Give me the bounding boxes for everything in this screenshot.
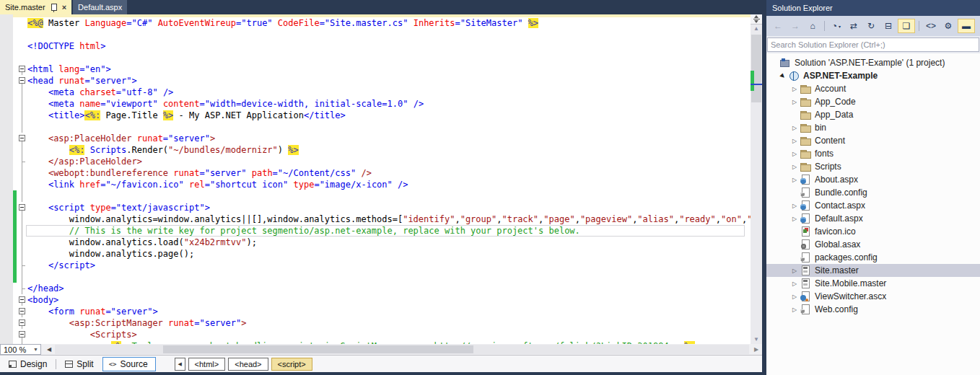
properties-icon[interactable]: ⚙ xyxy=(940,19,956,32)
tree-item[interactable]: ▷fonts xyxy=(766,147,980,160)
code-line[interactable]: <%@ Master Language="C#" AutoEventWireup… xyxy=(0,17,751,29)
scroll-right-icon[interactable]: ▶ xyxy=(752,345,761,354)
chevron-collapsed-icon[interactable]: ▷ xyxy=(789,306,800,313)
tree-item[interactable]: Bundle.config xyxy=(766,186,980,199)
code-line[interactable]: <!DOCTYPE html> xyxy=(0,40,751,52)
panel-title[interactable]: Solution Explorer xyxy=(766,0,980,16)
tree-item[interactable]: ▷Contact.aspx xyxy=(766,199,980,212)
scroll-down-icon[interactable]: ▼ xyxy=(751,335,762,344)
tree-item[interactable]: App_Data xyxy=(766,108,980,121)
design-view-button[interactable]: Design xyxy=(9,359,47,369)
splitter-grip-icon[interactable] xyxy=(751,14,762,25)
code-line[interactable]: <script type="text/javascript"> xyxy=(0,202,751,213)
tab-default-aspx[interactable]: Default.aspx xyxy=(73,0,127,14)
collapse-region-icon[interactable] xyxy=(17,294,27,306)
show-all-files-icon[interactable]: ❏ xyxy=(898,19,915,33)
code-line[interactable]: <asp:PlaceHolder runat="server"> xyxy=(0,133,751,144)
refresh-icon[interactable]: ↻ xyxy=(863,19,879,32)
tree-item[interactable]: ▷ViewSwitcher.ascx xyxy=(766,290,980,303)
code-line[interactable]: <html lang="en"> xyxy=(0,63,751,75)
close-icon[interactable]: × xyxy=(62,3,66,12)
scroll-up-icon[interactable]: ▲ xyxy=(751,24,762,33)
source-view-button[interactable]: <> Source xyxy=(102,357,156,371)
chevron-collapsed-icon[interactable]: ▷ xyxy=(789,177,800,183)
chevron-collapsed-icon[interactable]: ▷ xyxy=(789,138,800,144)
collapse-region-icon[interactable] xyxy=(17,75,27,87)
collapse-region-icon[interactable] xyxy=(17,306,27,317)
chevron-collapsed-icon[interactable]: ▷ xyxy=(789,281,800,287)
tree-item[interactable]: packages.config xyxy=(766,251,980,264)
tab-site-master[interactable]: Site.master × xyxy=(0,0,71,14)
chevron-collapsed-icon[interactable]: ▷ xyxy=(789,86,800,92)
tag-navigator-back-icon[interactable]: ◀ xyxy=(175,358,185,371)
code-line[interactable]: <link href="~/favicon.ico" rel="shortcut… xyxy=(0,179,751,190)
view-code-icon[interactable]: <> xyxy=(923,19,939,32)
code-line[interactable]: <meta name="viewport" content="width=dev… xyxy=(0,98,751,110)
chevron-expanded-icon[interactable]: ▶ xyxy=(777,70,789,81)
tree-item[interactable]: ▷Default.aspx xyxy=(766,212,980,225)
scroll-left-icon[interactable]: ◀ xyxy=(45,345,53,354)
breadcrumb-tag[interactable]: <script> xyxy=(271,358,312,371)
tree-item[interactable]: Global.asax xyxy=(766,238,980,251)
code-line[interactable]: <body> xyxy=(0,294,751,306)
tree-item[interactable]: Solution 'ASP.NET-Example' (1 project) xyxy=(766,56,980,69)
chevron-collapsed-icon[interactable]: ▷ xyxy=(789,164,800,170)
chevron-collapsed-icon[interactable]: ▷ xyxy=(789,294,800,300)
breadcrumb-tag[interactable]: <html> xyxy=(188,358,226,371)
tree-item[interactable]: ▷Scripts xyxy=(766,160,980,173)
code-line[interactable]: <asp:ScriptManager runat="server"> xyxy=(0,317,751,329)
code-line[interactable] xyxy=(0,271,751,283)
code-editor[interactable]: <%@ Master Language="C#" AutoEventWireup… xyxy=(0,14,751,344)
code-line[interactable]: window.analytics=window.analytics||[],wi… xyxy=(0,213,751,225)
tree-item[interactable]: ▷Web.config xyxy=(766,303,980,316)
tree-item[interactable]: ▷Site.master xyxy=(766,264,980,277)
vertical-scroll-thumb[interactable] xyxy=(751,35,761,102)
search-input[interactable] xyxy=(767,38,979,52)
code-line[interactable]: window.analytics.page(); xyxy=(0,248,751,260)
code-line[interactable]: <head runat="server"> xyxy=(0,75,751,87)
tree-item[interactable]: ▷About.aspx xyxy=(766,173,980,186)
home-icon[interactable]: ⌂ xyxy=(805,19,821,32)
collapse-region-icon[interactable] xyxy=(17,133,27,144)
breadcrumb-tag[interactable]: <head> xyxy=(228,358,268,371)
chevron-collapsed-icon[interactable]: ▷ xyxy=(789,268,800,274)
tree-item[interactable]: ▷Site.Mobile.master xyxy=(766,277,980,290)
code-line[interactable]: <webopt:bundlereference runat="server" p… xyxy=(0,167,751,179)
code-line[interactable]: </head> xyxy=(0,283,751,294)
code-line[interactable]: <title><%: Page.Title %> - My ASP.NET Ap… xyxy=(0,110,751,121)
collapse-region-icon[interactable] xyxy=(17,202,27,213)
collapse-all-icon[interactable]: ⊟ xyxy=(880,19,896,32)
horizontal-scroll-thumb[interactable] xyxy=(163,345,473,353)
chevron-collapsed-icon[interactable]: ▷ xyxy=(789,99,800,105)
tree-item[interactable]: ▷Account xyxy=(766,82,980,95)
code-line[interactable]: </asp:PlaceHolder> xyxy=(0,156,751,167)
chevron-collapsed-icon[interactable]: ▷ xyxy=(789,203,800,209)
tree-item[interactable]: ▷bin xyxy=(766,121,980,134)
tree-item[interactable]: ▷Content xyxy=(766,134,980,147)
collapse-region-icon[interactable] xyxy=(17,63,27,75)
pin-icon[interactable] xyxy=(51,4,57,11)
chevron-collapsed-icon[interactable]: ▷ xyxy=(789,216,800,222)
collapse-region-icon[interactable] xyxy=(17,329,27,340)
code-line[interactable]: </script> xyxy=(0,260,751,271)
zoom-level-select[interactable]: 100 % ▼ xyxy=(0,344,41,355)
code-line[interactable] xyxy=(0,190,751,202)
code-line[interactable]: window.analytics.load("x24b2rmtvv"); xyxy=(0,237,751,248)
split-view-button[interactable]: Split xyxy=(65,359,93,369)
code-line[interactable] xyxy=(0,29,751,40)
preview-selected-items-icon[interactable]: ▬ xyxy=(958,19,975,33)
tree-item[interactable]: ▷App_Code xyxy=(766,95,980,108)
horizontal-scrollbar[interactable] xyxy=(55,345,749,354)
code-line[interactable]: <form runat="server"> xyxy=(0,306,751,317)
pending-changes-filter-icon[interactable]: ◔▾ xyxy=(828,19,844,32)
collapse-region-icon[interactable] xyxy=(17,317,27,329)
code-line[interactable] xyxy=(0,52,751,63)
code-line[interactable]: <%: Scripts.Render("~/bundles/modernizr"… xyxy=(0,144,751,156)
tree-item[interactable]: ▶ASP.NET-Example xyxy=(766,69,980,82)
tree-item[interactable]: favicon.ico xyxy=(766,225,980,238)
code-line[interactable] xyxy=(0,121,751,133)
sync-with-active-document-icon[interactable]: ⇄ xyxy=(846,19,862,32)
chevron-collapsed-icon[interactable]: ▷ xyxy=(789,125,800,131)
code-line[interactable]: <Scripts> xyxy=(0,329,751,340)
chevron-collapsed-icon[interactable]: ▷ xyxy=(789,151,800,157)
